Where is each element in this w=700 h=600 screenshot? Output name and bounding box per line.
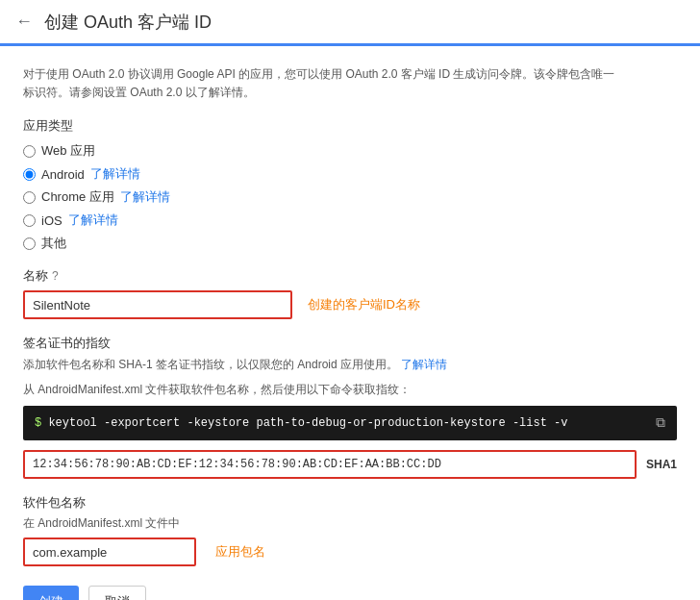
page-title: 创建 OAuth 客户端 ID [44, 11, 212, 34]
package-row: 应用包名 [23, 538, 677, 566]
package-title: 软件包名称 [23, 494, 677, 512]
radio-ios[interactable]: iOS 了解详情 [23, 212, 677, 229]
package-section: 软件包名称 在 AndroidManifest.xml 文件中 应用包名 [23, 494, 677, 566]
radio-ios-label: iOS [41, 213, 62, 228]
sha1-input[interactable] [23, 450, 637, 479]
radio-web-label: Web 应用 [41, 142, 95, 160]
fingerprint-section: 签名证书的指纹 添加软件包名称和 SHA-1 签名证书指纹，以仅限您的 Andr… [23, 335, 677, 479]
name-field-label: 名称 ? [23, 267, 677, 285]
sha1-label: SHA1 [646, 458, 677, 471]
radio-chrome-input[interactable] [23, 191, 36, 204]
package-annotation: 应用包名 [215, 543, 265, 561]
chrome-learn-link[interactable]: 了解详情 [120, 188, 170, 206]
app-type-label: 应用类型 [23, 117, 677, 135]
back-button[interactable]: ← [15, 12, 33, 32]
radio-android-label: Android [41, 167, 85, 182]
radio-chrome[interactable]: Chrome 应用 了解详情 [23, 188, 677, 206]
package-input-wrapper [23, 538, 196, 566]
fingerprint-title: 签名证书的指纹 [23, 335, 677, 352]
name-label-text: 名称 [23, 267, 48, 285]
radio-android[interactable]: Android 了解详情 [23, 165, 677, 183]
name-input[interactable] [23, 290, 292, 319]
radio-other[interactable]: 其他 [23, 235, 677, 252]
android-learn-link[interactable]: 了解详情 [90, 165, 140, 183]
terminal-dollar: $ [35, 416, 41, 430]
description-text: 对于使用 OAuth 2.0 协议调用 Google API 的应用，您可以使用… [23, 65, 619, 102]
fingerprint-desc: 添加软件包名称和 SHA-1 签名证书指纹，以仅限您的 Android 应用使用… [23, 356, 677, 373]
main-content: 对于使用 OAuth 2.0 协议调用 Google API 的应用，您可以使用… [0, 46, 700, 600]
package-input[interactable] [23, 538, 196, 566]
fingerprint-learn-link[interactable]: 了解详情 [401, 358, 447, 371]
radio-other-input[interactable] [23, 238, 36, 250]
name-annotation: 创建的客户端ID名称 [308, 296, 420, 313]
header: ← 创建 OAuth 客户端 ID [0, 0, 700, 46]
sha1-row: SHA1 [23, 450, 677, 479]
terminal-command: $ keytool -exportcert -keystore path-to-… [35, 416, 648, 430]
name-hint-icon[interactable]: ? [52, 269, 59, 283]
terminal-box: $ keytool -exportcert -keystore path-to-… [23, 406, 677, 440]
fingerprint-desc2: 从 AndroidManifest.xml 文件获取软件包名称，然后使用以下命令… [23, 381, 677, 398]
radio-web[interactable]: Web 应用 [23, 142, 677, 160]
button-row: 创建 取消 [23, 586, 677, 600]
name-annotation-row: 创建的客户端ID名称 [23, 290, 677, 319]
name-input-wrapper [23, 290, 292, 319]
radio-ios-input[interactable] [23, 214, 36, 227]
radio-other-label: 其他 [41, 235, 66, 252]
radio-chrome-label: Chrome 应用 [41, 188, 114, 206]
radio-web-input[interactable] [23, 145, 36, 158]
package-sub: 在 AndroidManifest.xml 文件中 [23, 515, 677, 532]
ios-learn-link[interactable]: 了解详情 [68, 212, 118, 229]
app-type-group: Web 应用 Android 了解详情 Chrome 应用 了解详情 iOS 了… [23, 142, 677, 252]
create-button[interactable]: 创建 [23, 586, 79, 600]
cancel-button[interactable]: 取消 [88, 586, 146, 600]
name-field-section: 名称 ? 创建的客户端ID名称 [23, 267, 677, 319]
radio-android-input[interactable] [23, 168, 36, 181]
copy-icon[interactable]: ⧉ [656, 415, 665, 431]
terminal-cmd-text: keytool -exportcert -keystore path-to-de… [48, 416, 567, 430]
